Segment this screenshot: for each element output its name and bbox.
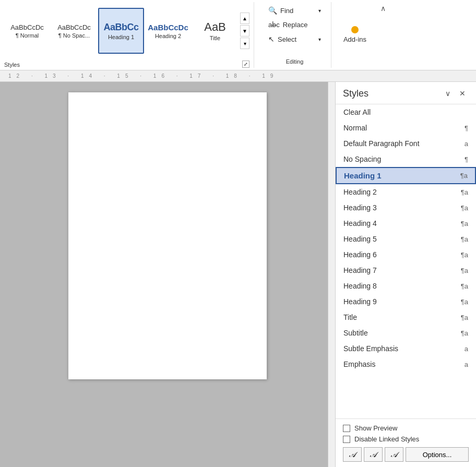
replace-icon: ab̶c [268, 21, 280, 29]
style-btn-normal[interactable]: AaBbCcDc ¶ Normal [4, 8, 50, 54]
ribbon: AaBbCcDc ¶ Normal AaBbCcDc ¶ No Spac... … [0, 0, 476, 70]
style-item-heading8[interactable]: Heading 8 ¶a [336, 278, 476, 294]
select-button[interactable]: ↖ Select ▾ [265, 33, 325, 45]
ribbon-collapse-button[interactable]: ∧ [378, 2, 388, 68]
options-button[interactable]: Options... [406, 447, 469, 462]
document-scrollbar[interactable] [328, 82, 335, 467]
style-item-heading9[interactable]: Heading 9 ¶a [336, 294, 476, 309]
style-item-subtle-emphasis[interactable]: Subtle Emphasis a [336, 341, 476, 356]
style-item-no-spacing[interactable]: No Spacing ¶ [336, 151, 476, 167]
style-h1-preview: AaBbCc [103, 22, 138, 33]
disable-linked-label: Disable Linked Styles [354, 435, 419, 443]
style-item-heading4[interactable]: Heading 4 ¶a [336, 215, 476, 231]
style-item-heading6-label: Heading 6 [343, 250, 461, 259]
show-preview-label: Show Preview [354, 424, 397, 432]
find-button[interactable]: 🔍 Find ▾ [265, 4, 325, 17]
style-item-heading9-icon: ¶a [461, 298, 468, 306]
style-item-normal-icon: ¶ [465, 124, 468, 132]
style-title-preview: AaB [204, 20, 226, 34]
find-chevron: ▾ [318, 8, 321, 14]
style-item-heading5[interactable]: Heading 5 ¶a [336, 231, 476, 247]
style-item-heading1-label: Heading 1 [344, 171, 460, 180]
panel-header-buttons: ∨ ✕ [442, 87, 469, 100]
style-item-heading5-label: Heading 5 [343, 235, 461, 243]
document-area [0, 82, 335, 467]
style-item-heading8-label: Heading 8 [343, 282, 461, 290]
document-page [68, 92, 267, 379]
style-item-heading7-label: Heading 7 [343, 266, 461, 274]
style-item-subtitle-label: Subtitle [343, 329, 461, 337]
style-item-heading1[interactable]: Heading 1 ¶a [336, 167, 476, 184]
style-item-heading6-icon: ¶a [461, 251, 468, 259]
panel-minimize-button[interactable]: ∨ [442, 87, 454, 100]
select-label: Select [278, 35, 296, 43]
replace-button[interactable]: ab̶c Replace [265, 19, 325, 31]
style-item-heading2[interactable]: Heading 2 ¶a [336, 184, 476, 200]
style-item-heading1-icon: ¶a [460, 172, 468, 179]
disable-linked-row[interactable]: Disable Linked Styles [343, 435, 469, 443]
style-item-title-icon: ¶a [461, 314, 468, 321]
style-item-subtle-emphasis-icon: a [465, 345, 468, 353]
ruler: 12 · 13 · 14 · 15 · 16 · 17 · 18 · 19 [0, 70, 476, 82]
addins-dot-icon [351, 26, 359, 33]
style-item-clear-all-label: Clear All [343, 108, 468, 116]
style-item-heading6[interactable]: Heading 6 ¶a [336, 247, 476, 262]
panel-close-button[interactable]: ✕ [456, 87, 469, 100]
style-item-subtle-emphasis-label: Subtle Emphasis [343, 344, 465, 353]
styles-launcher-icon[interactable]: ⤢ [242, 61, 249, 68]
options-label: Options... [423, 451, 452, 459]
style-item-heading2-icon: ¶a [461, 188, 468, 196]
ruler-marks: 12 · 13 · 14 · 15 · 16 · 17 · 18 · 19 [4, 72, 282, 80]
style-item-title[interactable]: Title ¶a [336, 309, 476, 325]
styles-scroll-more[interactable]: ▾ [240, 38, 249, 49]
style-item-heading3[interactable]: Heading 3 ¶a [336, 200, 476, 215]
style-item-no-spacing-icon: ¶ [465, 155, 468, 163]
style-normal-label: ¶ Normal [16, 32, 39, 39]
style-btn-heading2[interactable]: AaBbCcDc Heading 2 [145, 8, 191, 54]
style-item-heading7[interactable]: Heading 7 ¶a [336, 262, 476, 278]
style-item-heading5-icon: ¶a [461, 235, 468, 243]
editing-buttons: 🔍 Find ▾ ab̶c Replace ↖ Select ▾ [265, 4, 325, 55]
style-item-no-spacing-label: No Spacing [343, 155, 465, 163]
style-h1-label: Heading 1 [108, 34, 134, 40]
style-item-heading4-label: Heading 4 [343, 219, 461, 227]
style-nospace-label: ¶ No Spac... [58, 32, 90, 39]
ribbon-addins-section: Add-ins [331, 2, 378, 68]
styles-section-label: Styles [4, 62, 20, 68]
styles-scroll-up[interactable]: ▲ [240, 13, 249, 24]
style-h2-preview: AaBbCcDc [148, 23, 188, 32]
style-btn-heading1[interactable]: AaBbCc Heading 1 [98, 8, 144, 54]
editing-section-label: Editing [286, 58, 304, 65]
footer-buttons: 𝒜 𝒜 𝒜 Options... [343, 447, 469, 462]
style-title-label: Title [210, 35, 220, 41]
style-inspector-button[interactable]: 𝒜 [364, 447, 383, 462]
ribbon-editing-section: 🔍 Find ▾ ab̶c Replace ↖ Select ▾ Editing [258, 2, 331, 68]
addins-button[interactable]: Add-ins [338, 4, 372, 65]
show-preview-checkbox[interactable] [343, 425, 350, 432]
select-chevron: ▾ [318, 37, 321, 42]
style-item-subtitle[interactable]: Subtitle ¶a [336, 325, 476, 341]
style-item-default-para-icon: a [465, 140, 468, 148]
style-item-normal[interactable]: Normal ¶ [336, 120, 476, 136]
styles-scroll-controls: ▲ ▼ ▾ [240, 13, 249, 49]
style-item-emphasis[interactable]: Emphasis a [336, 356, 476, 372]
styles-list[interactable]: Clear All Normal ¶ Default Paragraph Fon… [336, 104, 476, 418]
styles-panel-footer: Show Preview Disable Linked Styles 𝒜 𝒜 𝒜… [336, 418, 476, 467]
addins-label-sm: Add-ins [343, 35, 366, 43]
new-style-button[interactable]: 𝒜 [343, 447, 362, 462]
style-btn-no-spacing[interactable]: AaBbCcDc ¶ No Spac... [51, 8, 97, 54]
style-item-heading8-icon: ¶a [461, 282, 468, 290]
style-item-clear-all[interactable]: Clear All [336, 104, 476, 120]
disable-linked-checkbox[interactable] [343, 436, 350, 443]
show-preview-row[interactable]: Show Preview [343, 424, 469, 432]
main-area: Styles ∨ ✕ Clear All Normal ¶ Default Pa… [0, 82, 476, 467]
find-icon: 🔍 [268, 6, 277, 15]
manage-styles-button[interactable]: 𝒜 [385, 447, 403, 462]
style-item-heading3-icon: ¶a [461, 204, 468, 212]
style-item-heading4-icon: ¶a [461, 220, 468, 227]
style-btn-title[interactable]: AaB Title [192, 8, 238, 54]
style-item-emphasis-label: Emphasis [343, 360, 465, 368]
style-item-default-para[interactable]: Default Paragraph Font a [336, 136, 476, 151]
styles-scroll-down[interactable]: ▼ [240, 25, 249, 37]
style-inspector-icon: 𝒜 [370, 450, 376, 459]
